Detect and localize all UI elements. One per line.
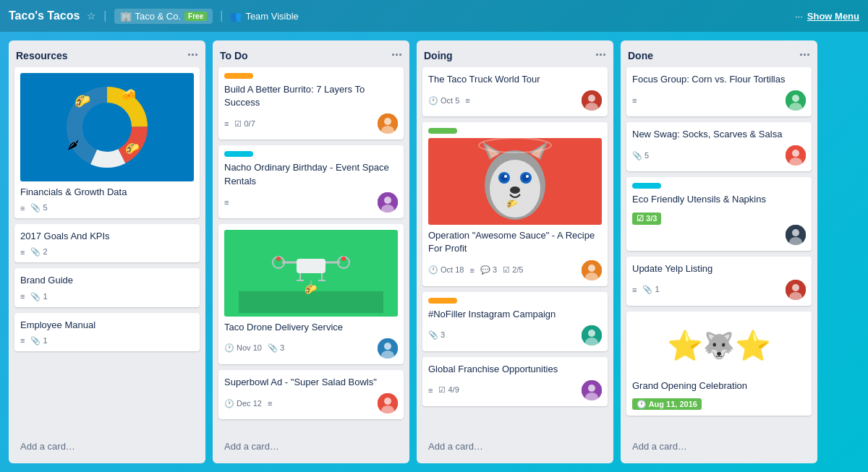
add-card-btn-doing[interactable]: Add a card… [422, 435, 608, 458]
card-title-grand-opening: Grand Opening Celebration [632, 379, 806, 392]
column-menu-icon-todo[interactable]: ··· [391, 48, 402, 63]
card-grand-opening[interactable]: ⭐🐺⭐Grand Opening Celebration🕐 Aug 11, 20… [626, 312, 812, 416]
column-menu-icon-done[interactable]: ··· [799, 48, 810, 63]
org-icon: 🏢 [120, 11, 132, 22]
column-header-resources: Resources··· [9, 40, 205, 67]
meta-item: 🕐 Nov 10 [224, 343, 262, 353]
svg-text:🌮: 🌮 [125, 142, 140, 155]
card-meta-nofiller: 📎 3 [428, 330, 445, 340]
card-avatar-nacho [378, 192, 398, 213]
column-menu-icon-resources[interactable]: ··· [187, 48, 198, 63]
add-card-btn-todo[interactable]: Add a card… [218, 435, 404, 458]
svg-text:🧀: 🧀 [122, 87, 136, 101]
star-icon[interactable]: ☆ [87, 10, 96, 22]
meta-item: ≡ [20, 248, 25, 257]
svg-point-33 [384, 398, 391, 405]
card-label-awesome-sauce [428, 128, 457, 134]
cards-container-resources: 🌮 🧀 🌶 🌮 Financials & Growth Data≡📎 52017… [9, 67, 205, 432]
column-done: Done···Focus Group: Corn vs. Flour Torti… [621, 40, 817, 463]
card-superbowl[interactable]: Superbowl Ad - "Super Salad Bowls"🕐 Dec … [218, 370, 404, 419]
meta-item: ≡ [224, 198, 229, 207]
card-footer-nofiller: 📎 3 [428, 325, 602, 346]
svg-point-10 [384, 118, 391, 125]
column-title-resources: Resources [16, 50, 68, 61]
card-title-drone: Taco Drone Delivery Service [224, 321, 398, 334]
card-meta-nacho: ≡ [224, 198, 229, 207]
card-focus-group[interactable]: Focus Group: Corn vs. Flour Tortillas≡ [626, 67, 812, 116]
card-brand[interactable]: Brand Guide≡📎 1 [14, 268, 200, 306]
card-footer-taco-tour: 🕐 Oct 5≡ [428, 90, 602, 111]
meta-item: 📎 3 [428, 330, 445, 340]
card-swag[interactable]: New Swag: Socks, Scarves & Salsa📎 5 [626, 122, 812, 171]
meta-item: 🕐 Oct 5 [428, 96, 459, 106]
card-taco-tour[interactable]: The Taco Truck World Tour🕐 Oct 5≡ [422, 67, 608, 116]
add-card-btn-done[interactable]: Add a card… [626, 435, 812, 458]
free-badge: Free [184, 12, 207, 21]
column-header-todo: To Do··· [213, 40, 409, 67]
card-meta-superbowl: 🕐 Dec 12≡ [224, 399, 272, 408]
card-financials[interactable]: 🌮 🧀 🌶 🌮 Financials & Growth Data≡📎 5 [14, 67, 200, 218]
card-awesome-sauce[interactable]: 🌮 Operation "Awesome Sauce" - A Recipe F… [422, 122, 608, 286]
card-meta-drone: 🕐 Nov 10📎 3 [224, 343, 284, 353]
svg-point-30 [384, 343, 391, 350]
card-avatar-taco-tour [582, 90, 602, 111]
org-switcher[interactable]: 🏢 Taco & Co. Free [114, 9, 213, 24]
board: Resources··· 🌮 🧀 🌶 🌮 Financials & Gr [0, 32, 868, 472]
meta-item: ≡ [428, 386, 433, 395]
card-drone[interactable]: 🌮 Taco Drone Delivery Service🕐 Nov 10📎 3 [218, 224, 404, 364]
meta-item: 📎 1 [642, 285, 659, 294]
card-nofiller[interactable]: #NoFiller Instagram Campaign📎 3 [422, 292, 608, 351]
card-footer-eco [632, 225, 806, 245]
card-meta-goals: ≡📎 2 [20, 247, 48, 257]
card-meta-focus-group: ≡ [632, 96, 637, 105]
card-footer-franchise: ≡☑ 4/9 [428, 380, 602, 400]
meta-item: 🕐 Dec 12 [224, 399, 262, 408]
card-footer-awesome-sauce: 🕐 Oct 18≡💬 3☑ 2/5 [428, 260, 602, 280]
card-yelp[interactable]: Update Yelp Listing≡📎 1 [626, 257, 812, 306]
visibility-selector[interactable]: 👥 Team Visible [230, 11, 298, 22]
column-menu-icon-doing[interactable]: ··· [595, 48, 606, 63]
card-footer-drone: 🕐 Nov 10📎 3 [224, 338, 398, 359]
card-burrito[interactable]: Build A Better Burrito: 7 Layers To Succ… [218, 67, 404, 140]
cards-container-todo: Build A Better Burrito: 7 Layers To Succ… [213, 67, 409, 432]
svg-text:🌶: 🌶 [67, 139, 79, 151]
card-goals[interactable]: 2017 Goals And KPIs≡📎 2 [14, 224, 200, 262]
svg-point-60 [588, 385, 595, 392]
card-footer-focus-group: ≡ [632, 90, 806, 111]
show-menu-button[interactable]: Show Menu [807, 11, 859, 22]
meta-item: ≡ [224, 119, 229, 128]
card-title-nacho: Nacho Ordinary Birthday - Event Space Re… [224, 161, 398, 187]
card-manual[interactable]: Employee Manual≡📎 1 [14, 313, 200, 351]
card-image-grand-opening: ⭐🐺⭐ [632, 317, 806, 375]
card-meta-burrito: ≡☑ 0/7 [224, 119, 255, 129]
divider-2: | [220, 9, 223, 22]
card-label-nofiller [428, 298, 457, 304]
org-name: Taco & Co. [135, 11, 182, 22]
card-franchise[interactable]: Global Franchise Opportunities≡☑ 4/9 [422, 357, 608, 406]
card-meta-taco-tour: 🕐 Oct 5≡ [428, 96, 470, 106]
header-dots: ··· [795, 11, 803, 22]
card-nacho[interactable]: Nacho Ordinary Birthday - Event Space Re… [218, 145, 404, 218]
column-header-done: Done··· [621, 40, 817, 67]
card-image-financials: 🌮 🧀 🌶 🌮 [20, 73, 194, 181]
svg-point-36 [588, 95, 595, 102]
card-eco[interactable]: Eco Friendly Utensils & Napkins☑ 3/3 [626, 177, 812, 250]
card-meta-yelp: ≡📎 1 [632, 285, 660, 294]
visibility-label: Team Visible [245, 11, 298, 22]
card-image-awesome-sauce: 🌮 [428, 138, 602, 225]
card-avatar-superbowl [378, 393, 398, 413]
svg-text:🌮: 🌮 [506, 198, 517, 209]
meta-item: ≡ [20, 336, 25, 345]
svg-point-48 [504, 175, 507, 178]
add-card-btn-resources[interactable]: Add a card… [14, 435, 200, 458]
meta-item: 📎 5 [30, 203, 47, 213]
card-title-franchise: Global Franchise Opportunities [428, 363, 602, 376]
divider-1: | [103, 9, 106, 22]
column-doing: Doing···The Taco Truck World Tour🕐 Oct 5… [417, 40, 613, 463]
card-title-taco-tour: The Taco Truck World Tour [428, 73, 602, 86]
svg-text:🌮: 🌮 [305, 283, 318, 296]
card-avatar-nofiller [582, 325, 602, 346]
meta-item: 📎 1 [30, 336, 47, 346]
card-footer-brand: ≡📎 1 [20, 292, 194, 301]
app-header: Taco's Tacos ☆ | 🏢 Taco & Co. Free | 👥 T… [0, 0, 868, 32]
